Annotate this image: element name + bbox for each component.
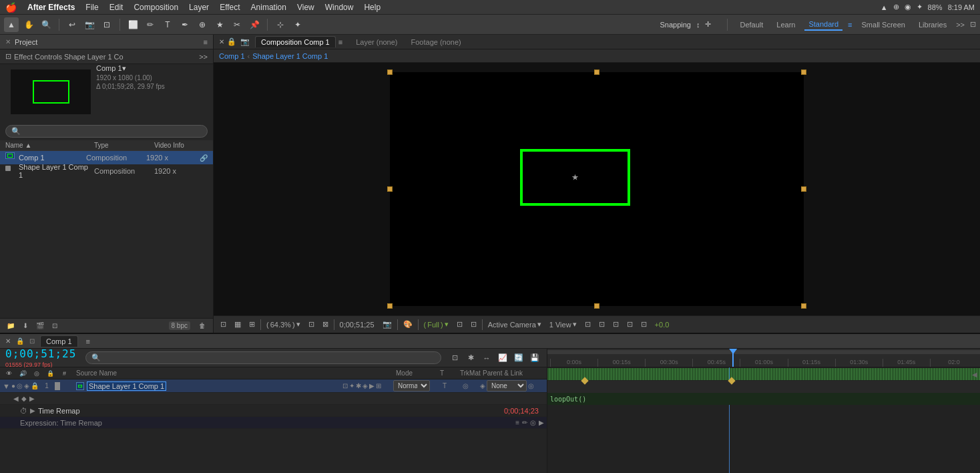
vf-trans-btn[interactable]: ⊡ bbox=[454, 319, 465, 329]
project-panel-menu[interactable]: ≡ bbox=[204, 38, 208, 46]
pen-tool[interactable]: ✏ bbox=[143, 17, 158, 32]
prop-nav-diamond[interactable]: ◆ bbox=[21, 395, 27, 402]
pen2-tool[interactable]: ✒ bbox=[178, 17, 192, 32]
camera-dropdown[interactable]: ▾ bbox=[537, 320, 541, 329]
tl-col-solo[interactable]: ◎ bbox=[31, 367, 43, 380]
menu-edit[interactable]: Edit bbox=[109, 3, 124, 12]
project-item-shapelayer[interactable]: Shape Layer 1 Comp 1 Composition 1920 x bbox=[0, 164, 213, 178]
handle-ml[interactable] bbox=[387, 186, 393, 192]
layer-eye-btn[interactable]: ● bbox=[11, 382, 15, 389]
layer-name-label[interactable]: Shape Layer 1 Comp 1 bbox=[87, 381, 166, 391]
timeline-timecode[interactable]: 0;00;51;25 bbox=[5, 347, 76, 360]
viewer-close-btn[interactable]: ✕ bbox=[219, 38, 224, 45]
expr-edit-icon[interactable]: ✏ bbox=[522, 419, 527, 426]
tab-composition[interactable]: Composition Comp 1 bbox=[255, 36, 336, 47]
vf-timecode-btn[interactable]: 0;00;51;25 bbox=[337, 320, 377, 329]
tl-loop-btn[interactable]: 🔄 bbox=[512, 351, 525, 365]
tl-motion-btn[interactable]: ↔ bbox=[480, 351, 493, 365]
new-solid-btn[interactable]: ⊡ bbox=[49, 321, 60, 331]
timeline-tab-comp1[interactable]: Comp 1 bbox=[40, 335, 78, 347]
breadcrumb-shapelayer[interactable]: Shape Layer 1 Comp 1 bbox=[252, 52, 328, 60]
prop-nav-next[interactable]: ▶ bbox=[29, 395, 35, 402]
eraser-tool[interactable]: ✂ bbox=[230, 17, 244, 32]
layer-switch-6[interactable]: ⊞ bbox=[376, 382, 381, 389]
tl-search-bar[interactable]: 🔍 bbox=[85, 351, 441, 364]
project-item-comp1[interactable]: Comp 1 Composition 1920 x 🔗 bbox=[0, 151, 213, 164]
menu-help[interactable]: Help bbox=[364, 3, 381, 12]
view-dropdown[interactable]: ▾ bbox=[573, 320, 577, 329]
magnet-tool[interactable]: ✦ bbox=[290, 17, 305, 32]
menu-effect[interactable]: Effect bbox=[220, 3, 240, 12]
vf-reset-btn[interactable]: ⊡ bbox=[610, 319, 622, 329]
bpc-badge[interactable]: 8 bpc bbox=[169, 321, 190, 330]
vf-zoom-btn[interactable]: (64.3%) ▾ bbox=[264, 319, 303, 329]
menu-window[interactable]: Window bbox=[325, 3, 354, 12]
pin-tool[interactable]: 📌 bbox=[247, 17, 262, 32]
handle-br[interactable] bbox=[801, 303, 806, 309]
expr-mute-icon[interactable]: ◎ bbox=[530, 419, 536, 426]
vf-grid-btn[interactable]: ⊞ bbox=[246, 319, 258, 329]
vf-fit2-btn[interactable]: ⊠ bbox=[320, 319, 331, 329]
rect-tool[interactable]: ⬜ bbox=[126, 17, 140, 32]
project-search-bar[interactable]: 🔍 bbox=[5, 125, 208, 138]
project-close-btn[interactable]: ✕ bbox=[5, 38, 11, 45]
menu-view[interactable]: View bbox=[297, 3, 314, 12]
camera-orbit-tool[interactable]: ↩ bbox=[65, 17, 79, 32]
tl-switches-btn[interactable]: ✱ bbox=[464, 351, 477, 365]
timeline-tab-menu[interactable]: ≡ bbox=[86, 337, 90, 345]
zoom-tool[interactable]: 🔍 bbox=[39, 17, 53, 32]
viewer-canvas[interactable] bbox=[214, 63, 980, 315]
vf-camera-btn[interactable]: Active Camera ▾ bbox=[485, 319, 544, 329]
handle-tc[interactable] bbox=[594, 69, 599, 75]
layer-expand-btn[interactable]: ▼ bbox=[3, 382, 10, 390]
menu-layer[interactable]: Layer bbox=[189, 3, 209, 12]
shape-tool-extra[interactable]: ⊹ bbox=[273, 17, 288, 32]
cam-track-tool[interactable]: 📷 bbox=[82, 17, 97, 32]
vf-offset-btn[interactable]: +0.0 bbox=[652, 320, 672, 329]
layer-lock-btn[interactable]: 🔒 bbox=[31, 382, 39, 389]
tl-layers-btn[interactable]: ⊡ bbox=[448, 351, 461, 365]
vf-view-btn[interactable]: 1 View ▾ bbox=[547, 319, 579, 329]
tl-col-eye[interactable]: 👁 bbox=[3, 367, 15, 380]
tab-footage-label[interactable]: Footage (none) bbox=[406, 38, 467, 46]
project-search-input[interactable] bbox=[23, 128, 202, 136]
tl-search-input[interactable] bbox=[101, 354, 435, 362]
vf-color-btn[interactable]: 🎨 bbox=[401, 319, 415, 329]
new-comp-btn[interactable]: 🎬 bbox=[35, 321, 45, 331]
workspace-standard[interactable]: Standard bbox=[804, 19, 842, 31]
zoom-dropdown-icon[interactable]: ▾ bbox=[296, 320, 300, 329]
workspace-menu-icon[interactable]: ≡ bbox=[848, 21, 852, 29]
cam-dolly-tool[interactable]: ⊡ bbox=[99, 17, 114, 32]
prop-value-timeremap[interactable]: 0;00;14;23 bbox=[504, 407, 539, 415]
vf-quality-btn[interactable]: (Full) ▾ bbox=[421, 319, 451, 329]
layer-switch-2[interactable]: ✦ bbox=[349, 382, 354, 389]
tl-cache-btn[interactable]: 💾 bbox=[528, 351, 541, 365]
tl-graph-btn[interactable]: 📈 bbox=[496, 351, 509, 365]
layer-parent-link[interactable]: ◎ bbox=[528, 382, 534, 389]
clone-tool[interactable]: ★ bbox=[212, 17, 227, 32]
tab-layer-label[interactable]: Layer (none) bbox=[350, 38, 403, 46]
effect-controls-tab[interactable]: ⊡ Effect Controls Shape Layer 1 Co >> bbox=[0, 49, 213, 64]
workspace-expand[interactable]: >> bbox=[956, 21, 965, 29]
handle-tl[interactable] bbox=[387, 69, 393, 75]
menu-aftereffects[interactable]: After Effects bbox=[27, 3, 75, 12]
layer-t-btn[interactable]: T bbox=[443, 382, 447, 389]
layer-audio-btn[interactable]: ◎ bbox=[17, 382, 23, 389]
col-name-header[interactable]: Name ▲ bbox=[5, 142, 94, 149]
paint-tool[interactable]: ⊕ bbox=[195, 17, 210, 32]
col-type-header[interactable]: Type bbox=[94, 142, 154, 149]
workspace-default[interactable]: Default bbox=[736, 19, 767, 30]
stopwatch-icon[interactable]: ⏱ bbox=[20, 407, 27, 415]
rect-center-handle[interactable] bbox=[572, 174, 579, 181]
apple-menu[interactable]: 🍎 bbox=[5, 2, 17, 13]
ec-expand[interactable]: >> bbox=[199, 53, 208, 61]
vf-lights-btn[interactable]: ⊡ bbox=[638, 319, 650, 329]
vf-render-btn[interactable]: ⊡ bbox=[596, 319, 607, 329]
vf-pixel-btn[interactable]: ⊡ bbox=[468, 319, 479, 329]
vf-snapshot-btn[interactable]: 📷 bbox=[380, 319, 395, 329]
vf-reset2-btn[interactable]: ⊡ bbox=[624, 319, 636, 329]
prop-expand-icon[interactable]: ▶ bbox=[30, 407, 35, 414]
menu-animation[interactable]: Animation bbox=[251, 3, 286, 12]
tl-keyframe-area[interactable]: loopOut() ◀ bbox=[547, 367, 980, 473]
workspace-learn[interactable]: Learn bbox=[772, 19, 799, 30]
